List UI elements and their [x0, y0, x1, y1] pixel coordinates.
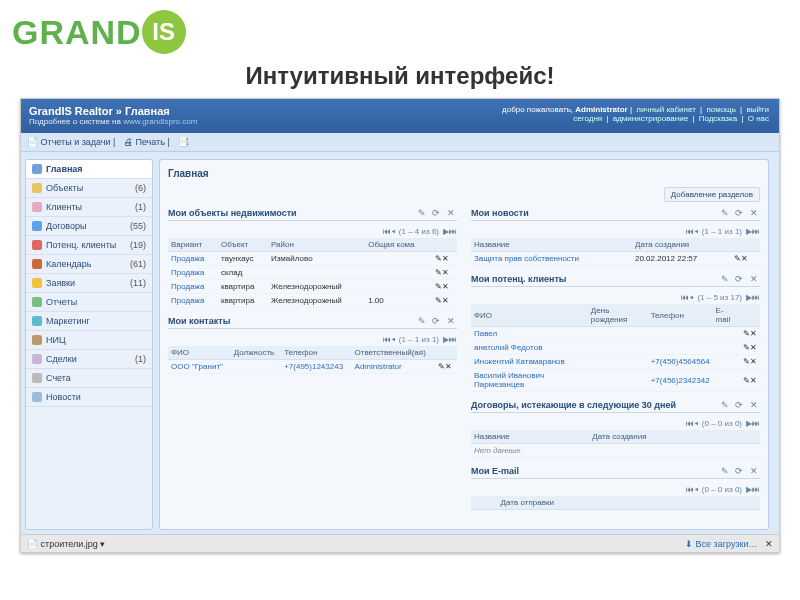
reports-tasks-button[interactable]: 📄 Отчеты и задачи | [27, 137, 115, 147]
sidebar-item-contracts[interactable]: Договоры(55) [26, 217, 152, 236]
panel-tools[interactable]: ✎ ⟳ ✕ [721, 274, 760, 284]
sidebar-item-marketing[interactable]: Маркетинг [26, 312, 152, 331]
topbar: GrandIS Realtor » Главная Подробнее о си… [21, 99, 779, 133]
current-user: Administrator [575, 105, 627, 114]
vendor-link[interactable]: www.grandispro.com [123, 117, 197, 126]
panel-tools[interactable]: ✎ ⟳ ✕ [418, 316, 457, 326]
main-content: Главная Добавление разделов Мои объекты … [159, 159, 769, 530]
sidebar-item-objects[interactable]: Объекты(6) [26, 179, 152, 198]
row-actions-icon[interactable]: ✎✕ [740, 369, 760, 392]
all-downloads-link[interactable]: ⬇ Все загрузки… [685, 539, 757, 549]
hint-link[interactable]: Подсказка [699, 114, 738, 123]
table-row: ПродажаквартираЖелезнодорожный✎✕ [168, 280, 457, 294]
toolbar-extra-icon[interactable]: 📑 [178, 137, 189, 147]
pager[interactable]: ⏮◀(1 – 1 из 1)▶⏭ [471, 225, 760, 238]
table-row: Инокентий Катамаранов+7(456)4564564✎✕ [471, 355, 760, 369]
table-row: Защита прав собственности20.02.2012 22:5… [471, 252, 760, 266]
sidebar-item-deals[interactable]: Сделки(1) [26, 350, 152, 369]
row-actions-icon[interactable]: ✎✕ [740, 355, 760, 369]
panel-expiring-contracts: Договоры, истекающие в следующие 30 дней… [471, 400, 760, 458]
panel-tools[interactable]: ✎ ⟳ ✕ [721, 466, 760, 476]
help-link[interactable]: помощь [706, 105, 735, 114]
row-actions-icon[interactable]: ✎✕ [740, 327, 760, 341]
row-actions-icon[interactable]: ✎✕ [731, 252, 760, 266]
pager[interactable]: ⏮◀(0 – 0 из 0)▶⏭ [471, 483, 760, 496]
contacts-table: ФИОДолжностьТелефонОтветственный(ая) ООО… [168, 346, 457, 374]
panel-my-objects: Мои объекты недвижимости✎ ⟳ ✕ ⏮◀(1 – 4 и… [168, 208, 457, 308]
breadcrumb: Главная [168, 166, 760, 187]
logo: GRANDIS [0, 0, 800, 56]
sidebar-item-clients[interactable]: Клиенты(1) [26, 198, 152, 217]
pager[interactable]: ⏮◀(1 – 4 из 6)▶⏭ [168, 225, 457, 238]
row-actions-icon[interactable]: ✎✕ [740, 341, 760, 355]
today-link[interactable]: сегодня [573, 114, 602, 123]
pager[interactable]: ⏮◀(1 – 1 из 1)▶⏭ [168, 333, 457, 346]
toolbar: 📄 Отчеты и задачи | 🖨 Печать | 📑 [21, 133, 779, 152]
table-row: Павел✎✕ [471, 327, 760, 341]
admin-link[interactable]: администрирование [613, 114, 688, 123]
panel-tools[interactable]: ✎ ⟳ ✕ [721, 400, 760, 410]
panel-tools[interactable]: ✎ ⟳ ✕ [418, 208, 457, 218]
objects-table: ВариантОбъектРайонОбщая кома Продажатаун… [168, 238, 457, 308]
news-table: НазваниеДата создания Защита прав собств… [471, 238, 760, 266]
sidebar-item-leads[interactable]: Потенц. клиенты(19) [26, 236, 152, 255]
sidebar-item-calendar[interactable]: Календарь(61) [26, 255, 152, 274]
row-actions-icon[interactable]: ✎✕ [432, 266, 457, 280]
pager[interactable]: ⏮◀(1 – 5 из 17)▶⏭ [471, 291, 760, 304]
slogan: Интуитивный интерфейс! [0, 56, 800, 98]
row-actions-icon[interactable]: ✎✕ [432, 252, 457, 266]
row-actions-icon[interactable]: ✎✕ [432, 294, 457, 308]
panel-my-email: Мои E-mail✎ ⟳ ✕ ⏮◀(0 – 0 из 0)▶⏭ Дата от… [471, 466, 760, 510]
topbar-right: добро пожаловать, Administrator | личный… [502, 105, 771, 123]
sidebar-item-nic[interactable]: НИЦ [26, 331, 152, 350]
panel-tools[interactable]: ✎ ⟳ ✕ [721, 208, 760, 218]
about-link[interactable]: О нас [748, 114, 769, 123]
logout-link[interactable]: выйти [746, 105, 769, 114]
table-row: Продажасклад✎✕ [168, 266, 457, 280]
row-actions-icon[interactable]: ✎✕ [432, 280, 457, 294]
personal-cabinet-link[interactable]: личный кабинет [636, 105, 696, 114]
table-row: Василий Иванович Пармезанцев+7(456)23423… [471, 369, 760, 392]
app-screenshot: GrandIS Realtor » Главная Подробнее о си… [20, 98, 780, 553]
table-row: ПродажатаунхаусИзмайлово✎✕ [168, 252, 457, 266]
close-icon[interactable]: ✕ [765, 539, 773, 549]
logo-is: IS [142, 10, 186, 54]
pager[interactable]: ⏮◀(0 – 0 из 0)▶⏭ [471, 417, 760, 430]
sidebar-item-home[interactable]: Главная [26, 160, 152, 179]
sidebar-item-accounts[interactable]: Счета [26, 369, 152, 388]
row-actions-icon[interactable]: ✎✕ [435, 360, 457, 374]
table-row: анатолий Федотов✎✕ [471, 341, 760, 355]
download-bar: 📄 строители.jpg ▾ ⬇ Все загрузки… ✕ [21, 534, 779, 552]
sidebar-item-news[interactable]: Новости [26, 388, 152, 407]
print-button[interactable]: 🖨 Печать | [124, 137, 170, 147]
sidebar: Главная Объекты(6) Клиенты(1) Договоры(5… [25, 159, 153, 530]
download-chip[interactable]: 📄 строители.jpg ▾ [27, 539, 105, 549]
panel-my-news: Мои новости✎ ⟳ ✕ ⏮◀(1 – 1 из 1)▶⏭ Назван… [471, 208, 760, 266]
add-sections-button[interactable]: Добавление разделов [664, 187, 760, 202]
table-row: ПродажаквартираЖелезнодорожный1.00✎✕ [168, 294, 457, 308]
panel-my-leads: Мои потенц. клиенты✎ ⟳ ✕ ⏮◀(1 – 5 из 17)… [471, 274, 760, 392]
leads-table: ФИОДень рожденияТелефонE-mail Павел✎✕ ан… [471, 304, 760, 392]
sidebar-item-requests[interactable]: Заявки(11) [26, 274, 152, 293]
panel-my-contacts: Мои контакты✎ ⟳ ✕ ⏮◀(1 – 1 из 1)▶⏭ ФИОДо… [168, 316, 457, 374]
table-row: ООО "Гранит"+7(495)1243243Administrator✎… [168, 360, 457, 374]
sidebar-item-reports[interactable]: Отчеты [26, 293, 152, 312]
logo-grand: GRAND [12, 13, 142, 52]
